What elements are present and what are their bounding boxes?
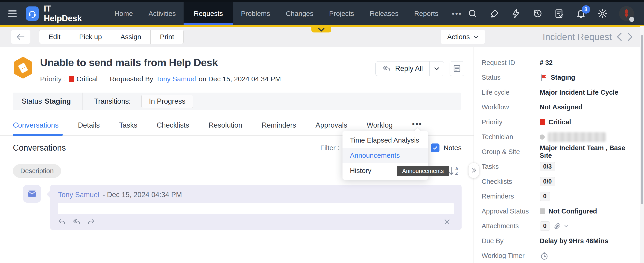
notes-doc-button[interactable]: [450, 61, 464, 76]
nav-icons: 3: [468, 2, 634, 25]
tab-resolution[interactable]: Resolution: [208, 121, 242, 136]
tab-conversations[interactable]: Conversations: [13, 121, 58, 136]
reply-all-label: Reply All: [395, 64, 423, 73]
history-icon[interactable]: [532, 8, 543, 19]
tab-details[interactable]: Details: [78, 121, 100, 136]
request-title: Unable to send mails from Help Desk: [40, 57, 376, 69]
detail-row-tasks: Tasks 0/3: [482, 159, 635, 174]
reply-all-icon: [382, 65, 391, 72]
panel-collapse-handle[interactable]: [468, 162, 479, 178]
checklists-count-badge[interactable]: 0/0: [540, 177, 555, 186]
detail-row-workflow: Workflow Not Assigned: [482, 100, 635, 115]
nav-left: IT HelpDesk: [8, 2, 107, 25]
stopwatch-icon[interactable]: [540, 251, 549, 261]
reply-icon[interactable]: [58, 218, 66, 225]
detail-row-attachments: Attachments 0: [482, 219, 635, 234]
requested-by-label: Requested By: [110, 75, 153, 83]
due-by-label: Due By: [482, 237, 540, 245]
add-ticket-icon[interactable]: [489, 8, 499, 19]
timeline-connector: [32, 178, 32, 185]
attachments-count-badge[interactable]: 0: [540, 221, 550, 231]
notification-count-badge: 3: [582, 5, 590, 14]
nav-item-releases[interactable]: Releases: [362, 2, 406, 25]
sort-az-icon[interactable]: AZ: [448, 166, 458, 176]
nav-item-reports[interactable]: Reports: [406, 2, 446, 25]
quick-actions-bolt-icon[interactable]: [511, 8, 521, 19]
status-strip: Status Staging Transitions: In Progress: [13, 92, 461, 110]
search-icon[interactable]: [468, 8, 478, 19]
mail-tile: [23, 185, 41, 203]
status-field-label: Status: [482, 74, 540, 81]
detail-row-approval-status: Approval Status Not Configured: [482, 204, 635, 219]
nav-more-icon[interactable]: •••: [446, 2, 468, 25]
tasks-count-badge[interactable]: 0/3: [540, 162, 555, 171]
top-nav: IT HelpDesk Home Activities Requests Pro…: [0, 0, 644, 25]
conversation-author-link[interactable]: Tony Samuel: [58, 191, 99, 199]
detail-row-group-site: Group & Site Major Incident Team , Base …: [482, 144, 635, 159]
approval-status-icon: [540, 208, 545, 214]
nav-item-home[interactable]: Home: [107, 2, 141, 25]
reply-all-button[interactable]: Reply All: [376, 62, 429, 76]
assign-button[interactable]: Assign: [111, 30, 151, 44]
worklog-timer-label: Worklog Timer: [482, 252, 540, 260]
tab-tasks[interactable]: Tasks: [119, 121, 137, 136]
actions-dropdown-button[interactable]: Actions: [440, 30, 485, 44]
menu-item-time-elapsed-analysis[interactable]: Time Elapsed Analysis: [342, 133, 428, 148]
previous-request-icon[interactable]: [616, 32, 622, 42]
content-area: Unable to send mails from Help Desk Prio…: [0, 47, 644, 263]
attachments-chevron-icon[interactable]: [564, 225, 568, 228]
settings-gear-icon[interactable]: [598, 8, 608, 19]
chevron-down-icon: [318, 28, 325, 32]
nav-item-activities[interactable]: Activities: [141, 2, 184, 25]
task-list-icon[interactable]: [554, 8, 564, 19]
reply-options-chevron[interactable]: [429, 62, 444, 76]
paperclip-icon[interactable]: [553, 222, 561, 230]
requester-link[interactable]: Tony Samuel: [156, 75, 196, 83]
due-by-value: Delay by 9Hrs 46Mins: [540, 237, 608, 245]
tab-checklists[interactable]: Checklists: [156, 121, 189, 136]
notifications-bell-icon[interactable]: 3: [576, 8, 586, 19]
reminders-count-badge[interactable]: 0: [540, 192, 550, 201]
print-button[interactable]: Print: [150, 30, 184, 44]
description-chip[interactable]: Description: [13, 164, 61, 178]
scrollbar-thumb[interactable]: [641, 35, 643, 204]
group-site-label: Group & Site: [482, 148, 540, 156]
approval-status-label: Approval Status: [482, 208, 540, 215]
menu-item-announcements[interactable]: Announcements: [342, 148, 428, 163]
tab-reminders[interactable]: Reminders: [262, 121, 296, 136]
nav-item-projects[interactable]: Projects: [321, 2, 362, 25]
detail-row-request-id: Request ID # 32: [482, 55, 635, 70]
technician-label: Technician: [482, 133, 540, 141]
hamburger-menu-icon[interactable]: [8, 10, 16, 17]
app-logo[interactable]: [26, 6, 39, 21]
pickup-button[interactable]: Pick up: [70, 30, 111, 44]
nav-item-changes[interactable]: Changes: [278, 2, 321, 25]
filter-label: Filter :: [320, 144, 339, 152]
next-request-icon[interactable]: [627, 32, 633, 42]
conversations-heading: Conversations: [13, 143, 66, 153]
detail-row-reminders: Reminders 0: [482, 189, 635, 204]
user-avatar[interactable]: [619, 6, 634, 21]
priority-field-value: Critical: [548, 118, 571, 126]
notes-label: Notes: [444, 144, 462, 152]
document-icon: [452, 64, 461, 73]
card-author-line: Tony Samuel - Dec 15, 2024 04:34 PM: [58, 191, 454, 199]
announcements-tooltip: Announcements: [397, 166, 449, 176]
chevron-down-icon: [474, 35, 478, 39]
panel-scrollbar[interactable]: [640, 26, 644, 263]
reply-all-icon[interactable]: [72, 218, 80, 225]
reply-all-split-button: Reply All: [376, 61, 444, 76]
workflow-label: Workflow: [482, 104, 540, 111]
back-button[interactable]: [11, 30, 30, 44]
banner-expand-tab[interactable]: [312, 27, 331, 32]
edit-button[interactable]: Edit: [39, 30, 70, 44]
detail-row-technician: Technician: [482, 130, 635, 145]
nav-item-problems[interactable]: Problems: [233, 2, 278, 25]
notes-checkbox[interactable]: [431, 144, 440, 152]
request-header: Unable to send mails from Help Desk Prio…: [0, 47, 474, 84]
conversation-card[interactable]: Tony Samuel - Dec 15, 2024 04:34 PM: [50, 185, 462, 230]
nav-item-requests[interactable]: Requests: [184, 2, 233, 25]
in-progress-transition-button[interactable]: In Progress: [142, 95, 193, 108]
forward-icon[interactable]: [87, 218, 95, 225]
close-icon[interactable]: [444, 218, 450, 225]
